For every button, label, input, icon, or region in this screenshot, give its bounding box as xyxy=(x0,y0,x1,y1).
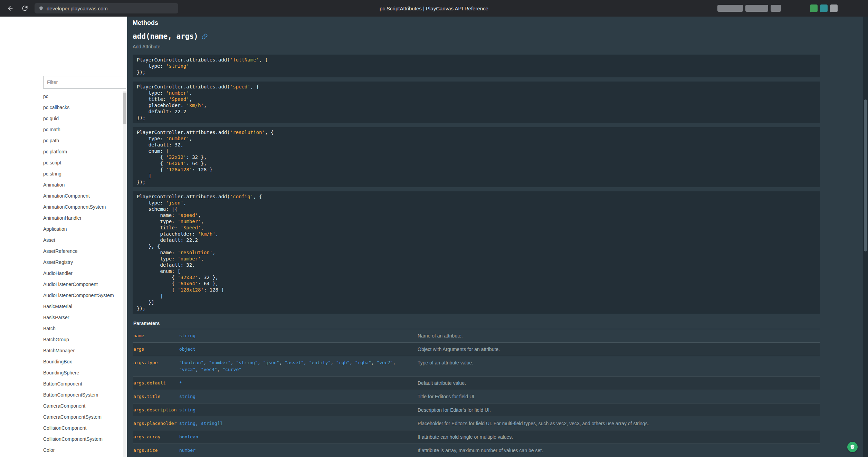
sidebar-item-BoundingBox[interactable]: BoundingBox xyxy=(43,356,120,367)
sidebar-item-pc.math[interactable]: pc.math xyxy=(43,124,120,135)
type-link[interactable]: "json" xyxy=(263,360,279,365)
code-line: enum: [ xyxy=(137,268,816,274)
sidebar-item-AssetReference[interactable]: AssetReference xyxy=(43,246,120,257)
param-name: args.description xyxy=(133,407,179,413)
sidebar-item-BatchManager[interactable]: BatchManager xyxy=(43,345,120,356)
type-separator: , xyxy=(350,360,355,365)
sidebar-item-CollisionComponent[interactable]: CollisionComponent xyxy=(43,422,120,434)
type-separator: , xyxy=(304,360,309,365)
param-name: args.size xyxy=(133,447,179,454)
privacy-badge[interactable] xyxy=(847,442,858,452)
sidebar-item-pc.guid[interactable]: pc.guid xyxy=(43,113,120,124)
code-line: { '64x64': 64 }, xyxy=(137,280,816,287)
arrow-left-icon xyxy=(7,5,14,12)
sidebar-item-Batch[interactable]: Batch xyxy=(43,323,120,334)
sidebar-item-AssetRegistry[interactable]: AssetRegistry xyxy=(43,257,120,268)
code-line: default: 32, xyxy=(137,262,816,268)
code-line: }, { xyxy=(137,243,816,249)
sidebar-item-CameraComponent[interactable]: CameraComponent xyxy=(43,400,120,411)
sidebar-item-AnimationComponent[interactable]: AnimationComponent xyxy=(43,190,120,201)
reload-button[interactable] xyxy=(20,3,30,13)
method-signature-text: add(name, args) xyxy=(133,32,198,40)
code-line: }); xyxy=(137,179,816,185)
string-literal: '32x32' xyxy=(166,154,186,160)
param-row-args.title: args.titlestringTitle for Editor's for f… xyxy=(133,390,820,403)
methods-heading: Methods xyxy=(133,19,820,27)
type-link[interactable]: string[] xyxy=(201,421,223,426)
extension-icon-teal[interactable] xyxy=(820,4,828,12)
sidebar-scrollbar-thumb[interactable] xyxy=(123,93,126,124)
type-link[interactable]: "vec4" xyxy=(201,367,217,372)
sidebar-item-Color[interactable]: Color xyxy=(43,445,120,456)
sidebar-item-ButtonComponentSystem[interactable]: ButtonComponentSystem xyxy=(43,389,120,400)
type-link[interactable]: object xyxy=(179,346,195,352)
param-row-args: argsobjectObject with Arguments for an a… xyxy=(133,343,820,356)
sidebar-scrollbar[interactable] xyxy=(123,91,126,457)
link-icon[interactable] xyxy=(202,34,208,39)
code-line: placeholder: 'km/h', xyxy=(137,231,816,237)
type-link[interactable]: "rgba" xyxy=(355,360,371,365)
parameters-heading: Parameters xyxy=(133,318,820,329)
type-link[interactable]: "number" xyxy=(209,360,231,365)
code-line: }] xyxy=(137,299,816,305)
type-link[interactable]: "asset" xyxy=(285,360,304,365)
type-link[interactable]: number xyxy=(179,448,195,453)
url-bar[interactable]: developer.playcanvas.com xyxy=(35,3,178,13)
type-link[interactable]: "string" xyxy=(236,360,258,365)
param-row-name: namestringName of an attribute. xyxy=(133,329,820,343)
sidebar-item-CollisionComponentSystem[interactable]: CollisionComponentSystem xyxy=(43,434,120,445)
filter-input[interactable] xyxy=(43,76,126,88)
code-line: default: 22.2 xyxy=(137,237,816,243)
back-button[interactable] xyxy=(6,3,15,13)
sidebar-item-AudioHandler[interactable]: AudioHandler xyxy=(43,268,120,279)
type-link[interactable]: string xyxy=(179,333,195,338)
sidebar-item-BoundingSphere[interactable]: BoundingSphere xyxy=(43,367,120,378)
page-scrollbar[interactable] xyxy=(863,17,868,457)
sidebar-item-CameraComponentSystem[interactable]: CameraComponentSystem xyxy=(43,411,120,422)
sidebar-item-Asset[interactable]: Asset xyxy=(43,235,120,246)
sidebar-item-pc.path[interactable]: pc.path xyxy=(43,135,120,146)
sidebar-item-AnimationHandler[interactable]: AnimationHandler xyxy=(43,212,120,223)
sidebar-item-BasicMaterial[interactable]: BasicMaterial xyxy=(43,301,120,312)
type-link[interactable]: "rgb" xyxy=(336,360,350,365)
sidebar-item-ButtonComponent[interactable]: ButtonComponent xyxy=(43,378,120,389)
type-link[interactable]: * xyxy=(179,380,182,385)
string-literal: 'json' xyxy=(166,200,183,206)
code-line: { '128x128': 128 } xyxy=(137,287,816,293)
type-link[interactable]: "vec2" xyxy=(376,360,393,365)
type-link[interactable]: string xyxy=(179,394,195,399)
code-example-4: PlayerController.attributes.add('config'… xyxy=(133,191,820,314)
sidebar-item-Application[interactable]: Application xyxy=(43,223,120,235)
sidebar-item-BatchGroup[interactable]: BatchGroup xyxy=(43,334,120,345)
sidebar-item-Animation[interactable]: Animation xyxy=(43,179,120,190)
sidebar-item-pc.callbacks[interactable]: pc.callbacks xyxy=(43,102,120,113)
page-scrollbar-thumb[interactable] xyxy=(864,99,867,251)
type-link[interactable]: boolean xyxy=(179,434,198,439)
code-line: type: 'number', xyxy=(137,90,816,96)
sidebar-item-BasisParser[interactable]: BasisParser xyxy=(43,312,120,323)
sidebar-item-AudioListenerComponent[interactable]: AudioListenerComponent xyxy=(43,279,120,290)
type-link[interactable]: "curve" xyxy=(222,367,241,372)
url-text: developer.playcanvas.com xyxy=(47,6,108,11)
sidebar-item-AnimationComponentSystem[interactable]: AnimationComponentSystem xyxy=(43,201,120,212)
code-line: name: 'speed', xyxy=(137,212,816,218)
extension-icon-gray[interactable] xyxy=(830,4,838,12)
type-link[interactable]: "boolean" xyxy=(179,360,203,365)
sidebar-item-pc.platform[interactable]: pc.platform xyxy=(43,146,120,157)
string-literal: 'number' xyxy=(178,256,201,261)
param-types: boolean xyxy=(179,434,418,440)
sidebar-item-pc[interactable]: pc xyxy=(43,91,120,102)
sidebar-item-pc.string[interactable]: pc.string xyxy=(43,168,120,179)
extension-icon-green[interactable] xyxy=(810,4,818,12)
type-link[interactable]: string xyxy=(179,421,195,426)
sidebar-item-pc.script[interactable]: pc.script xyxy=(43,157,120,168)
string-literal: '64x64' xyxy=(178,281,198,286)
code-line: schema: [{ xyxy=(137,206,816,212)
param-description: Default attribute value. xyxy=(418,380,820,387)
type-link[interactable]: string xyxy=(179,407,195,412)
type-link[interactable]: "entity" xyxy=(309,360,331,365)
string-literal: '64x64' xyxy=(166,161,186,166)
type-link[interactable]: "vec3" xyxy=(179,367,195,372)
sidebar-item-AudioListenerComponentSystem[interactable]: AudioListenerComponentSystem xyxy=(43,290,120,301)
param-name: args xyxy=(133,346,179,353)
